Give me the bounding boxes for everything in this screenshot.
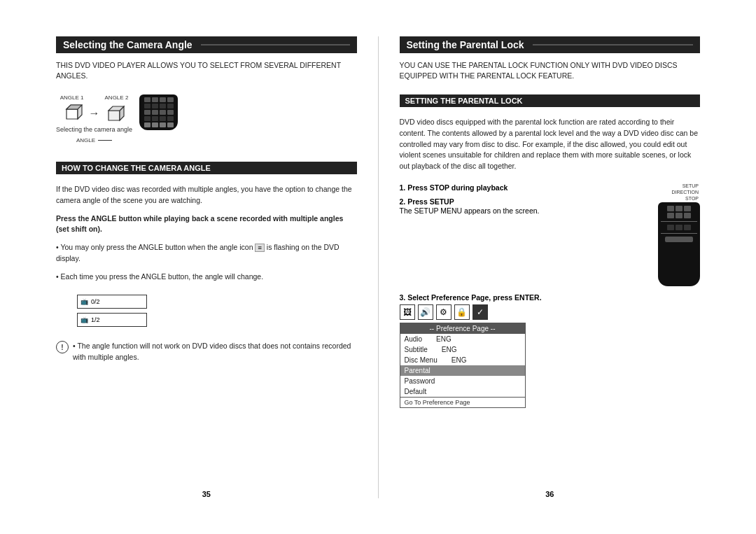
pref-icon-image: 🖼 xyxy=(400,304,415,320)
r-btn-1 xyxy=(144,97,150,102)
warning-text: • The angle function will not work on DV… xyxy=(73,341,357,363)
pref-row-subtitle: Subtitle ENG xyxy=(400,344,525,355)
cube-2-svg xyxy=(106,104,128,123)
pref-value-audio: ENG xyxy=(436,335,451,343)
pref-row-audio: Audio ENG xyxy=(400,334,525,344)
right-column: Setting the Parental Lock YOU CAN USE TH… xyxy=(400,36,701,498)
cube-1-svg xyxy=(61,104,83,123)
angle-arrow-label: ANGLE xyxy=(76,137,95,143)
angle-arrow: → xyxy=(89,107,100,120)
cube-2 xyxy=(106,104,128,123)
screen-text-1: 0/2 xyxy=(91,298,100,305)
pref-row-default: Default xyxy=(400,386,525,397)
r-btn-10 xyxy=(152,110,158,115)
screen-text-2: 1/2 xyxy=(91,316,100,323)
pref-label-audio: Audio xyxy=(405,335,423,343)
r-btn-20 xyxy=(167,122,174,127)
r-btn-13 xyxy=(144,116,150,121)
rr-divider-2 xyxy=(661,233,697,234)
step3-area: 3. Select Preference Page, press ENTER. … xyxy=(400,293,701,408)
pref-icon-lock: 🔒 xyxy=(454,304,470,320)
left-column: Selecting the Camera Angle THIS DVD VIDE… xyxy=(56,36,357,498)
pref-icons-row: 🖼 🔊 ⚙ 🔒 ✓ xyxy=(400,304,701,320)
step1-title: 1. Press STOP during playback xyxy=(400,183,645,192)
left-title-text: Selecting the Camera Angle xyxy=(63,39,192,50)
how-to-change-body: If the DVD video disc was recorded with … xyxy=(56,184,357,206)
r-btn-11 xyxy=(160,110,166,115)
angle-label-1: ANGLE 1 xyxy=(60,94,84,101)
cube-1 xyxy=(61,104,83,123)
rr-btn-9 xyxy=(684,225,691,230)
r-btn-3 xyxy=(160,97,166,102)
r-btn-17 xyxy=(144,122,150,127)
rr-btn-3 xyxy=(684,206,691,211)
pref-icon-audio: 🔊 xyxy=(418,304,433,320)
remote-right-container: SETUP DIRECTION STOP xyxy=(651,183,700,286)
left-section-title: Selecting the Camera Angle xyxy=(56,36,357,53)
right-title-text: Setting the Parental Lock xyxy=(407,39,524,50)
pref-label-subtitle: Subtitle xyxy=(405,346,428,353)
remote-grid-left xyxy=(144,97,174,127)
screen-box-2: 📺 1/2 xyxy=(77,313,147,327)
r-btn-6 xyxy=(152,104,158,108)
step-2: 2. Press SETUP The SETUP MENU appears on… xyxy=(400,197,645,216)
pref-label-password: Password xyxy=(405,377,435,385)
rr-btn-1 xyxy=(667,206,674,211)
angle-line xyxy=(98,140,112,141)
pref-value-subtitle: ENG xyxy=(442,346,457,353)
r-btn-12 xyxy=(167,110,174,115)
step2-title: 2. Press SETUP xyxy=(400,197,645,206)
r-btn-4 xyxy=(167,97,174,102)
pref-row-password: Password xyxy=(400,376,525,386)
pref-row-discmenu: Disc Menu ENG xyxy=(400,355,525,365)
rr-btn-5 xyxy=(676,213,682,218)
screen-box-1: 📺 0/2 xyxy=(77,295,147,309)
rr-btn-2 xyxy=(676,206,682,211)
pref-rows: Audio ENG Subtitle ENG Disc Menu ENG Par… xyxy=(400,334,525,397)
right-section-title: Setting the Parental Lock xyxy=(400,36,701,53)
setting-parental-title: SETTING THE PARENTAL LOCK xyxy=(400,94,701,107)
remote-diagram-left xyxy=(139,94,178,130)
pref-panel: -- Preference Page -- Audio ENG Subtitle… xyxy=(400,323,526,408)
warning-icon: ! xyxy=(56,341,69,353)
remote-grid-right-2 xyxy=(667,225,691,230)
screen-item-2: 📺 1/2 xyxy=(67,313,357,327)
rr-btn-8 xyxy=(676,225,682,230)
setup-label: SETUP xyxy=(682,183,699,188)
setting-parental-body: DVD video discs equipped with the parent… xyxy=(400,117,701,172)
r-btn-15 xyxy=(160,116,166,121)
r-btn-9 xyxy=(144,110,150,115)
right-intro: YOU CAN USE THE PARENTAL LOCK FUNCTION O… xyxy=(400,60,701,83)
pref-value-discmenu: ENG xyxy=(451,356,467,364)
rr-btn-4 xyxy=(667,213,674,218)
step2-body: The SETUP MENU appears on the screen. xyxy=(400,206,645,216)
pref-label-default: Default xyxy=(405,388,427,395)
bullet1: • You may only press the ANGLE button wh… xyxy=(56,242,357,265)
pref-row-parental: Parental xyxy=(400,365,525,376)
r-btn-2 xyxy=(152,97,158,102)
angle-labels: ANGLE 1 ANGLE 2 xyxy=(60,94,129,101)
rr-btn-6 xyxy=(684,213,691,218)
rr-wide-btn xyxy=(665,237,693,242)
pref-header: -- Preference Page -- xyxy=(400,323,525,334)
r-btn-16 xyxy=(167,116,174,121)
pref-icon-setup: ⚙ xyxy=(436,304,451,320)
bullet2: • Each time you press the ANGLE button, … xyxy=(56,272,357,283)
svg-marker-0 xyxy=(66,109,78,119)
left-page-number: 35 xyxy=(56,483,357,498)
stop-label: STOP xyxy=(685,196,699,201)
remote-grid-right xyxy=(667,206,691,218)
steps-text: 1. Press STOP during playback 2. Press S… xyxy=(400,183,645,286)
page: Selecting the Camera Angle THIS DVD VIDE… xyxy=(42,22,714,512)
direction-label: DIRECTION xyxy=(672,190,699,195)
r-btn-8 xyxy=(167,104,174,108)
r-btn-5 xyxy=(144,104,150,108)
screen-icon-2: 📺 xyxy=(80,316,88,323)
r-btn-7 xyxy=(160,104,166,108)
pref-icon-check: ✓ xyxy=(472,304,488,320)
rr-divider-1 xyxy=(661,221,697,222)
screen-dash-1 xyxy=(67,302,73,302)
rr-btn-7 xyxy=(667,225,674,230)
angle-caption: Selecting the camera angle xyxy=(56,126,132,133)
warning-row: ! • The angle function will not work on … xyxy=(56,341,357,363)
